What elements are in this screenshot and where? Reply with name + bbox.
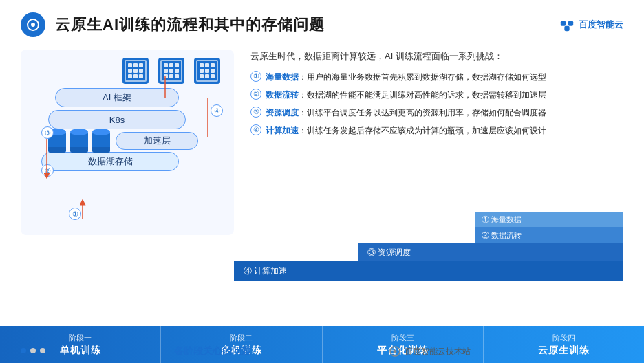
chip-2 [158, 58, 184, 84]
challenge-desc-4: ：训练任务发起后存储不应该成为计算的瓶颈，加速层应该如何设计 [299, 126, 546, 135]
datalake-box: 数据湖存储 [41, 152, 179, 171]
datalake-row: 数据湖存储 [41, 152, 227, 171]
intro-text: 云原生时代，数据距离计算较远，AI 训练流程面临一系列挑战： [250, 50, 623, 64]
storage-icon-2 [70, 132, 88, 150]
svg-rect-4 [564, 26, 569, 31]
diagram-wrapper: AI 框架 K8s 加速层 [28, 58, 227, 227]
logo-text: 百度智能云 [579, 19, 623, 31]
challenge-num-4: ④ [250, 124, 261, 135]
challenge-label-2: 数据流转 [266, 90, 299, 100]
challenge-num-3: ③ [250, 107, 261, 118]
ai-framework-box: AI 框架 [55, 88, 179, 107]
bar-volume-gap [21, 212, 475, 227]
bar-resource-fill: ③ 资源调度 [358, 243, 623, 261]
page-title: 云原生AI训练的流程和其中的存储问题 [55, 14, 325, 35]
accel-label-box: 加速层 [116, 132, 198, 150]
dot-indicators [21, 348, 45, 353]
header: 云原生AI训练的流程和其中的存储问题 百度智能云 [0, 0, 644, 44]
bottom-logo-text: 百度智能云技术站 [405, 346, 471, 358]
accel-icons [48, 132, 110, 150]
k8s-label: K8s [109, 115, 125, 125]
datalake-label: 数据湖存储 [88, 155, 133, 168]
challenge-item-2: ② 数据流转：数据湖的性能不能满足训练对高性能的诉求，数据需转移到加速层 [250, 89, 623, 102]
stage-num-3: 阶段三 [391, 333, 414, 343]
chip-row [28, 58, 220, 84]
svg-rect-2 [561, 21, 566, 26]
bar-calc: ④ 计算加速 [21, 261, 623, 280]
bar-data-flow-fill: ② 数据流转 [475, 227, 623, 243]
stage-num-2: 阶段二 [230, 333, 253, 343]
stage-num-1: 阶段一 [69, 333, 92, 343]
caption-text: 各阶段关心的问题 [174, 345, 251, 358]
chip-1 [122, 58, 149, 84]
chip-3 [194, 58, 220, 84]
baidu-logo-icon [559, 17, 575, 32]
slide: 云原生AI训练的流程和其中的存储问题 百度智能云 [0, 0, 644, 363]
svg-rect-3 [568, 21, 573, 26]
svg-point-10 [393, 350, 396, 353]
challenge-desc-2: ：数据湖的性能不能满足训练对高性能的诉求，数据需转移到加速层 [299, 90, 546, 100]
bar-data-flow-gap [21, 227, 475, 243]
bar-volume-fill: ① 海量数据 [475, 212, 623, 227]
dot-2[interactable] [30, 348, 36, 353]
logo-area: 百度智能云 [559, 17, 623, 32]
stage-num-4: 阶段四 [552, 333, 575, 343]
challenge-item-4: ④ 计算加速：训练任务发起后存储不应该成为计算的瓶颈，加速层应该如何设计 [250, 124, 623, 138]
challenge-desc-3: ：训练平台调度任务以达到更高的资源利用率，存储如何配合调度器 [299, 108, 546, 118]
header-icon [21, 12, 45, 37]
ai-framework-label: AI 框架 [103, 91, 131, 104]
accel-row: 加速层 [48, 132, 227, 150]
dot-3[interactable] [40, 348, 45, 353]
bar-calc-fill: ④ 计算加速 [234, 261, 623, 280]
badge-2: ② [41, 164, 54, 177]
bar-data-flow: ② 数据流转 [21, 227, 623, 243]
k8s-box: K8s [48, 110, 186, 129]
dot-1[interactable] [21, 348, 26, 353]
bar-resource: ③ 资源调度 [21, 243, 623, 261]
challenge-item-3: ③ 资源调度：训练平台调度任务以达到更高的资源利用率，存储如何配合调度器 [250, 107, 623, 120]
bar-resource-label: ③ 资源调度 [367, 247, 411, 258]
bar-data-flow-label: ② 数据流转 [482, 230, 522, 241]
bottom-caption: 各阶段关心的问题 百度智能云技术站 [0, 345, 644, 358]
challenge-num-1: ① [250, 71, 261, 82]
challenge-item-1: ① 海量数据：用户的海量业务数据首先积累到数据湖存储，数据湖存储如何选型 [250, 71, 623, 84]
badge-3: ③ [41, 126, 54, 139]
challenges-list: ① 海量数据：用户的海量业务数据首先积累到数据湖存储，数据湖存储如何选型 ② 数… [250, 71, 623, 138]
challenge-label-3: 资源调度 [266, 108, 299, 118]
bottom-logo: 百度智能云技术站 [389, 345, 471, 358]
bar-volume-label: ① 海量数据 [482, 214, 522, 225]
accel-label: 加速层 [144, 135, 171, 147]
bar-calc-gap [21, 261, 234, 280]
bottom-logo-icon [389, 345, 401, 358]
bar-calc-label: ④ 计算加速 [244, 265, 287, 277]
challenge-label-1: 海量数据 [266, 72, 299, 82]
svg-point-1 [31, 23, 35, 27]
challenge-desc-1: ：用户的海量业务数据首先积累到数据湖存储，数据湖存储如何选型 [299, 72, 546, 82]
diagram-area: AI 框架 K8s 加速层 [21, 50, 234, 235]
challenge-label-4: 计算加速 [266, 126, 299, 135]
challenge-num-2: ② [250, 89, 261, 100]
bar-volume: ① 海量数据 [21, 212, 623, 227]
badge-4: ④ [211, 104, 223, 117]
storage-icon-3 [92, 132, 110, 150]
bar-resource-gap [21, 243, 358, 261]
